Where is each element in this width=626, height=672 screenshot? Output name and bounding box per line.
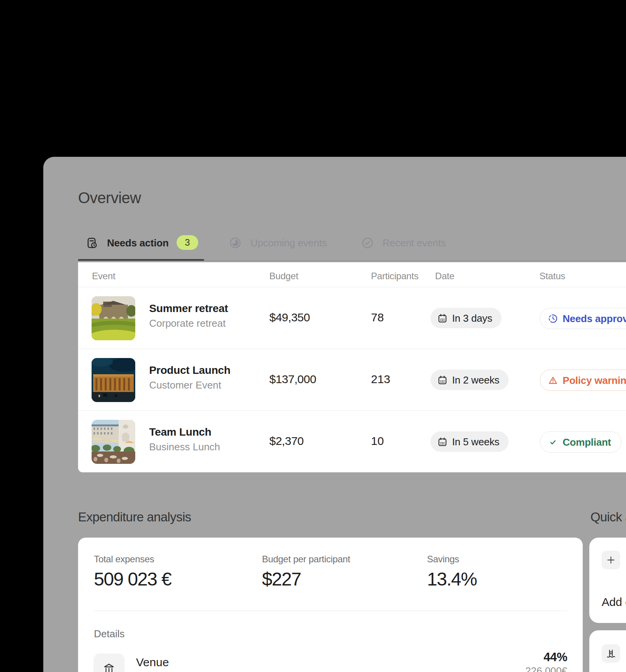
needs-action-count-badge: 3 bbox=[177, 235, 198, 250]
expenditure-heading: Expenditure analysis bbox=[78, 510, 191, 524]
needs-action-table: Event Budget Participants Date Status bbox=[78, 262, 626, 472]
history-clock-icon bbox=[229, 237, 242, 249]
venue-amount: 226 000€ bbox=[526, 666, 567, 672]
pending-clock-icon bbox=[548, 314, 558, 324]
event-thumbnail bbox=[92, 296, 135, 340]
table-row-summer-retreat[interactable]: Summer retreat Corporate retreat $49,350… bbox=[78, 287, 626, 349]
tab-needs-action[interactable]: Needs action bbox=[86, 235, 168, 251]
alert-triangle-icon bbox=[548, 375, 558, 385]
column-header-budget: Budget bbox=[269, 271, 298, 282]
page-title: Overview bbox=[78, 190, 141, 205]
event-subtitle: Business Lunch bbox=[149, 442, 220, 452]
event-thumbnail bbox=[92, 358, 135, 402]
date-pill: In 3 days bbox=[430, 308, 502, 328]
participants-value: 78 bbox=[371, 312, 384, 323]
event-title: Summer retreat bbox=[149, 303, 228, 314]
pool-ladder-icon bbox=[606, 648, 616, 659]
quick-action-add-event-card[interactable]: Add event bbox=[589, 538, 626, 623]
quick-action-activity-card[interactable] bbox=[589, 630, 626, 672]
stat-label-total-expenses: Total expenses bbox=[94, 554, 154, 565]
bank-icon bbox=[102, 662, 116, 672]
status-badge-policy-warning: Policy warning bbox=[540, 370, 626, 391]
event-thumbnail bbox=[92, 420, 135, 464]
event-subtitle: Corporate retreat bbox=[149, 318, 226, 328]
estate-lawn-photo bbox=[92, 296, 135, 340]
event-title: Team Lunch bbox=[149, 427, 211, 438]
status-label: Needs approval bbox=[563, 314, 626, 324]
column-header-status: Status bbox=[539, 271, 565, 282]
venue-icon-box bbox=[94, 653, 124, 672]
quick-actions-heading: Quick actions bbox=[590, 510, 626, 524]
venue-label: Venue bbox=[136, 656, 169, 669]
budget-value: $49,350 bbox=[269, 312, 310, 323]
date-pill: In 2 weeks bbox=[430, 370, 509, 390]
expenditure-card: Total expenses 509 023 € Budget per part… bbox=[78, 538, 583, 672]
calendar-icon bbox=[437, 375, 447, 385]
date-label: In 3 days bbox=[452, 313, 492, 323]
plus-icon-box bbox=[602, 551, 620, 569]
tab-upcoming-events[interactable]: Upcoming events bbox=[229, 235, 327, 251]
tab-label: Upcoming events bbox=[250, 238, 327, 248]
status-badge-needs-approval: Needs approval bbox=[540, 308, 626, 329]
stat-value-savings: 13.4% bbox=[427, 570, 477, 589]
terrace-restaurant-photo bbox=[92, 420, 135, 464]
status-label: Policy warning bbox=[563, 375, 626, 385]
table-row-product-launch[interactable]: Product Launch Customer Event $137,000 2… bbox=[78, 349, 626, 411]
tab-recent-events[interactable]: Recent events bbox=[361, 235, 446, 251]
night-building-photo bbox=[92, 358, 135, 402]
date-pill: In 5 weeks bbox=[430, 431, 509, 452]
participants-value: 213 bbox=[371, 373, 390, 385]
participants-value: 10 bbox=[371, 435, 384, 447]
table-row-team-lunch[interactable]: Team Lunch Business Lunch $2,370 10 In 5… bbox=[78, 411, 626, 472]
check-icon bbox=[548, 437, 558, 447]
event-title: Product Launch bbox=[149, 365, 230, 376]
pool-icon-box bbox=[602, 644, 620, 663]
budget-value: $2,370 bbox=[269, 435, 304, 447]
stat-label-savings: Savings bbox=[427, 554, 459, 565]
status-badge-compliant: Compliant bbox=[540, 431, 621, 453]
budget-value: $137,000 bbox=[269, 373, 316, 385]
event-subtitle: Customer Event bbox=[149, 380, 221, 390]
tab-label: Recent events bbox=[383, 238, 446, 248]
plus-icon bbox=[606, 555, 616, 565]
venue-percent: 44% bbox=[544, 651, 567, 663]
column-header-event: Event bbox=[92, 271, 115, 282]
calendar-icon bbox=[437, 437, 447, 447]
column-header-participants: Participants bbox=[371, 271, 418, 282]
document-clock-icon bbox=[86, 237, 98, 249]
add-event-label: Add event bbox=[602, 596, 626, 608]
date-label: In 2 weeks bbox=[452, 375, 499, 385]
calendar-icon bbox=[437, 313, 447, 323]
stat-value-budget-per-participant: $227 bbox=[262, 570, 301, 589]
overview-panel: Overview Needs action 3 Upcoming events … bbox=[43, 157, 626, 672]
active-tab-indicator bbox=[78, 259, 204, 261]
stats-divider bbox=[94, 611, 567, 611]
stat-label-budget-per-participant: Budget per participant bbox=[262, 554, 350, 565]
check-circle-icon bbox=[361, 237, 374, 249]
column-header-date: Date bbox=[435, 271, 454, 282]
tab-label: Needs action bbox=[107, 238, 168, 248]
status-label: Compliant bbox=[563, 437, 611, 447]
stat-value-total-expenses: 509 023 € bbox=[94, 570, 171, 589]
details-label: Details bbox=[94, 628, 124, 640]
date-label: In 5 weeks bbox=[452, 437, 499, 447]
